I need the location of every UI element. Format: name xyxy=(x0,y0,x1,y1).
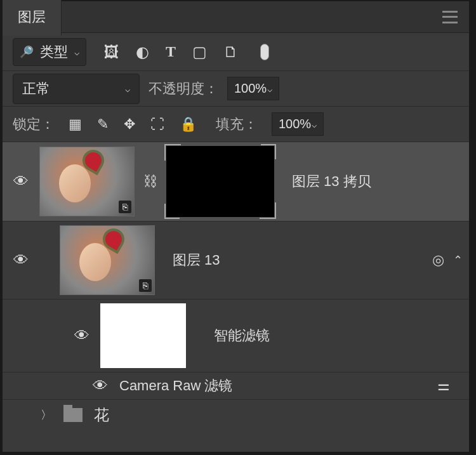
layer-name-text: 图层 13 拷贝 xyxy=(292,172,371,191)
fill-label: 填充： xyxy=(216,115,258,134)
effects-ring-icon: ◎ xyxy=(432,252,444,268)
mask-link-icon[interactable]: ⛓ xyxy=(143,173,157,190)
lock-all-icon[interactable]: 🔒 xyxy=(180,116,197,133)
group-name-text: 花 xyxy=(94,405,109,425)
folder-icon xyxy=(63,408,83,422)
fill-input[interactable]: 100% ⌵ xyxy=(272,112,324,136)
search-icon: 🔍 xyxy=(20,45,34,59)
smart-filters-row[interactable]: 👁 智能滤镜 xyxy=(3,300,469,373)
chevron-down-icon: ⌵ xyxy=(74,47,79,57)
layers-list: 👁 ⎘ ⛓ 图层 13 拷贝 👁 ⎘ 图层 13 ◎ ⌃ 👁 xyxy=(3,142,469,452)
fill-value: 100% xyxy=(279,117,311,131)
layer-group-row[interactable]: 〉 花 xyxy=(3,400,469,430)
filter-settings-icon[interactable]: ⚌ xyxy=(437,378,447,394)
filter-shape-icon[interactable]: ▢ xyxy=(192,43,207,61)
lock-row: 锁定： ▦ ✎ ✥ ⛶ 🔒 填充： 100% ⌵ xyxy=(3,107,469,142)
filter-toggle-switch[interactable] xyxy=(260,44,269,60)
visibility-eye-icon[interactable]: 👁 xyxy=(93,377,108,395)
visibility-eye-icon[interactable]: 👁 xyxy=(72,327,91,345)
layer-filter-row: 🔍 类型 ⌵ 🖼 ◐ T ▢ 🗋 xyxy=(3,33,469,71)
opacity-label: 不透明度： xyxy=(149,79,218,98)
filter-type-text-icon[interactable]: T xyxy=(166,43,176,60)
smart-filters-label: 智能滤镜 xyxy=(214,326,270,345)
tab-layers[interactable]: 图层 xyxy=(3,0,62,36)
panel-tab-bar: 图层 xyxy=(3,1,469,33)
lock-position-icon[interactable]: ✥ xyxy=(124,116,135,133)
blend-mode-value: 正常 xyxy=(22,79,50,98)
layers-panel: 图层 🔍 类型 ⌵ 🖼 ◐ T ▢ 🗋 正常 ⌵ 不透明度： 100% ⌵ xyxy=(3,1,469,452)
layer-row[interactable]: 👁 ⎘ 图层 13 ◎ ⌃ xyxy=(3,221,469,300)
layer-mask-thumbnail[interactable] xyxy=(166,146,274,217)
smart-object-badge-icon: ⎘ xyxy=(139,279,152,292)
blend-row: 正常 ⌵ 不透明度： 100% ⌵ xyxy=(3,71,469,107)
panel-menu-icon[interactable] xyxy=(442,11,458,23)
chevron-down-icon: ⌵ xyxy=(312,119,317,129)
filter-entry-name: Camera Raw 滤镜 xyxy=(119,376,232,395)
visibility-eye-icon[interactable]: 👁 xyxy=(11,251,30,269)
chevron-down-icon: ⌵ xyxy=(267,84,272,94)
collapse-chevron-icon: ⌃ xyxy=(453,253,463,267)
effects-toggle[interactable]: ◎ ⌃ xyxy=(432,252,463,268)
filter-smartobj-icon[interactable]: 🗋 xyxy=(223,43,239,61)
filter-adjustment-icon[interactable]: ◐ xyxy=(136,43,149,61)
lock-label: 锁定： xyxy=(13,115,55,134)
lock-transparent-icon[interactable]: ▦ xyxy=(69,116,82,133)
chevron-down-icon: ⌵ xyxy=(125,84,130,94)
smart-object-badge-icon: ⎘ xyxy=(119,201,131,213)
filter-type-select[interactable]: 🔍 类型 ⌵ xyxy=(13,38,86,66)
layer-thumbnail[interactable]: ⎘ xyxy=(60,225,155,295)
layer-thumbnail[interactable]: ⎘ xyxy=(39,147,135,216)
lock-artboard-icon[interactable]: ⛶ xyxy=(150,116,164,133)
blend-mode-select[interactable]: 正常 ⌵ xyxy=(13,74,140,104)
layer-row[interactable]: 👁 ⎘ ⛓ 图层 13 拷贝 xyxy=(3,142,469,221)
expand-chevron-icon[interactable]: 〉 xyxy=(41,407,52,423)
opacity-value: 100% xyxy=(234,81,267,96)
filter-kind-icons: 🖼 ◐ T ▢ 🗋 xyxy=(104,43,239,61)
filter-type-label: 类型 xyxy=(40,43,68,62)
lock-brush-icon[interactable]: ✎ xyxy=(97,116,109,133)
layer-name-text: 图层 13 xyxy=(173,251,220,270)
smart-filter-entry[interactable]: 👁 Camera Raw 滤镜 ⚌ xyxy=(3,373,469,400)
smart-filter-mask-thumbnail[interactable] xyxy=(100,303,186,368)
opacity-input[interactable]: 100% ⌵ xyxy=(227,77,279,100)
visibility-eye-icon[interactable]: 👁 xyxy=(11,173,30,190)
filter-pixel-icon[interactable]: 🖼 xyxy=(104,43,119,61)
